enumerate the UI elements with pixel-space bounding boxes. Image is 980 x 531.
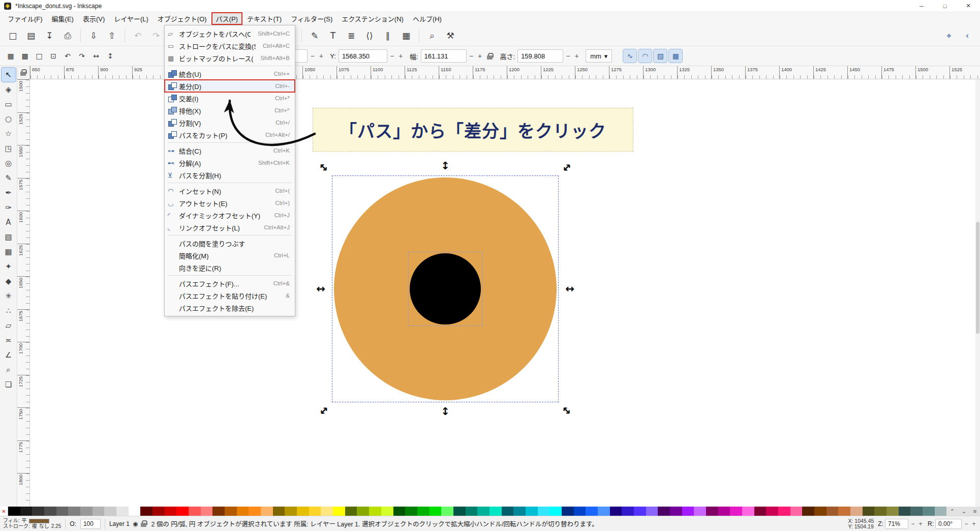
palette-swatch[interactable] xyxy=(826,507,839,516)
palette-swatch[interactable] xyxy=(321,507,333,516)
palette-swatch[interactable] xyxy=(682,507,694,516)
palette-swatch[interactable] xyxy=(622,507,634,516)
menu-file[interactable]: ファイル(F) xyxy=(3,12,47,25)
palette-swatch[interactable] xyxy=(646,507,658,516)
menu-item-split-path[interactable]: パスを分割(H) xyxy=(165,169,295,181)
menu-item-object-to-path[interactable]: オブジェクトをパスへ(O) Shift+Ctrl+C xyxy=(165,27,295,40)
menu-item-outset[interactable]: アウトセット(E) Ctrl+) xyxy=(165,197,295,209)
snapping-toggle-button[interactable]: ⌖ xyxy=(940,27,958,44)
align-dialog-button[interactable]: ∥ xyxy=(379,27,396,44)
menu-help[interactable]: ヘルプ(H) xyxy=(408,12,446,25)
palette-swatch[interactable] xyxy=(417,507,430,516)
palette-swatch[interactable] xyxy=(249,507,261,516)
scrollbar-thumb[interactable] xyxy=(976,222,979,334)
menu-item-difference[interactable]: 差分(D) Ctrl+- xyxy=(165,80,295,92)
paint-bucket-tool[interactable]: ◆ xyxy=(2,274,16,288)
x-increment-button[interactable]: + xyxy=(317,49,325,63)
palette-swatch[interactable] xyxy=(778,507,790,516)
palette-swatch[interactable] xyxy=(140,507,152,516)
menu-item-stroke-to-path[interactable]: ストロークをパスに変換(S) Ctrl+Alt+C xyxy=(165,40,295,52)
palette-swatch[interactable] xyxy=(369,507,381,516)
palette-swatch[interactable] xyxy=(610,507,622,516)
fill-color-swatch[interactable] xyxy=(29,519,49,523)
menu-item-simplify[interactable]: 簡略化(M) Ctrl+L xyxy=(165,249,295,261)
scale-stroke-toggle[interactable]: ∿ xyxy=(623,49,636,63)
menu-item-paste-path-effect[interactable]: パスエフェクトを貼り付け(E) & xyxy=(165,289,295,302)
palette-swatch[interactable] xyxy=(706,507,718,516)
palette-swatch[interactable] xyxy=(104,507,116,516)
find-button[interactable]: ⌕ xyxy=(423,27,441,44)
menu-text[interactable]: テキスト(T) xyxy=(242,12,286,25)
palette-swatch[interactable] xyxy=(742,507,754,516)
palette-swatch[interactable] xyxy=(68,507,80,516)
pages-tool[interactable]: ❏ xyxy=(2,377,16,392)
scale-handle-s[interactable]: ↕ xyxy=(439,405,451,418)
scale-corners-toggle[interactable]: ◠ xyxy=(638,49,652,63)
palette-scroll-up-icon[interactable]: ⌃ xyxy=(950,508,955,515)
palette-swatch[interactable] xyxy=(489,507,502,516)
palette-swatch[interactable] xyxy=(152,507,165,516)
menu-edit[interactable]: 編集(E) xyxy=(47,12,78,25)
pencil-tool[interactable]: ✎ xyxy=(2,171,16,185)
palette-swatch[interactable] xyxy=(526,507,538,516)
palette-swatch[interactable] xyxy=(658,507,670,516)
move-gradients-toggle[interactable]: ▧ xyxy=(654,49,667,63)
scale-handle-ne[interactable]: ↔ xyxy=(558,159,575,176)
fill-stroke-dialog-button[interactable]: ✎ xyxy=(306,27,323,44)
menu-extensions[interactable]: エクステンション(N) xyxy=(337,12,408,25)
menu-item-inset[interactable]: インセット(N) Ctrl+( xyxy=(165,185,295,197)
palette-swatch[interactable] xyxy=(261,507,273,516)
menu-item-fill-between-paths[interactable]: パスの間を塗りつぶす xyxy=(165,237,295,249)
star-tool[interactable]: ☆ xyxy=(2,127,16,141)
y-decrement-button[interactable]: − xyxy=(388,49,396,63)
dropper-tool[interactable]: ✦ xyxy=(2,259,16,274)
palette-swatch[interactable] xyxy=(874,507,886,516)
palette-swatch[interactable] xyxy=(586,507,598,516)
document-properties-button[interactable]: ▦ xyxy=(397,27,415,44)
preferences-button[interactable]: ⚒ xyxy=(442,27,459,44)
palette-swatch[interactable] xyxy=(393,507,406,516)
open-button[interactable]: ▤ xyxy=(22,27,40,44)
spiral-tool[interactable]: ◎ xyxy=(2,156,16,170)
palette-swatch[interactable] xyxy=(766,507,778,516)
menu-item-break-apart[interactable]: 分解(A) Shift+Ctrl+K xyxy=(165,157,295,169)
toolbar-button[interactable] xyxy=(125,29,125,42)
palette-swatch[interactable] xyxy=(176,507,189,516)
layer-lock-icon[interactable] xyxy=(141,520,147,527)
vertical-scrollbar[interactable] xyxy=(975,79,980,507)
palette-swatch[interactable] xyxy=(730,507,742,516)
new-document-button[interactable]: □ xyxy=(4,27,21,44)
opacity-input[interactable]: 100 xyxy=(80,519,101,529)
menu-item-intersection[interactable]: 交差(I) Ctrl+* xyxy=(165,92,295,104)
palette-swatch[interactable] xyxy=(309,507,321,516)
palette-swatch[interactable] xyxy=(886,507,899,516)
y-input[interactable]: 1568.350 xyxy=(339,49,387,63)
flip-vertical-button[interactable]: ↕ xyxy=(104,49,117,63)
spray-tool[interactable]: ∴ xyxy=(2,304,16,318)
calligraphy-tool[interactable]: ✑ xyxy=(2,200,16,215)
rotation-decrement-button[interactable]: − xyxy=(963,520,969,527)
menu-item-dynamic-offset[interactable]: ダイナミックオフセット(Y) Ctrl+J xyxy=(165,209,295,221)
select-all-button[interactable]: ▦ xyxy=(4,49,17,63)
print-button[interactable]: ⎙ xyxy=(59,27,76,44)
path-menu-item[interactable] xyxy=(165,141,295,144)
scale-handle-e[interactable]: ↔ xyxy=(564,283,576,295)
undo-button[interactable]: ↶ xyxy=(129,27,146,44)
width-increment-button[interactable]: + xyxy=(476,49,484,63)
path-menu-item[interactable] xyxy=(165,64,295,68)
move-patterns-toggle[interactable]: ▦ xyxy=(669,49,682,63)
palette-swatch[interactable] xyxy=(754,507,767,516)
scale-handle-nw[interactable]: ↔ xyxy=(315,159,332,176)
palette-swatch[interactable] xyxy=(477,507,489,516)
menu-item-division[interactable]: 分割(V) Ctrl+/ xyxy=(165,116,295,129)
palette-swatch[interactable] xyxy=(562,507,574,516)
maximize-button[interactable]: □ xyxy=(933,0,957,12)
palette-swatch[interactable] xyxy=(670,507,682,516)
menu-item-exclusion[interactable]: 排他(X) Ctrl+^ xyxy=(165,104,295,116)
pen-tool[interactable]: ✒ xyxy=(2,186,16,200)
menu-item-reverse[interactable]: 向きを逆に(R) xyxy=(165,261,295,274)
palette-swatch[interactable] xyxy=(345,507,357,516)
zoom-tool[interactable]: ⌕ xyxy=(2,363,16,377)
palette-swatch[interactable] xyxy=(694,507,706,516)
palette-swatch[interactable] xyxy=(549,507,562,516)
